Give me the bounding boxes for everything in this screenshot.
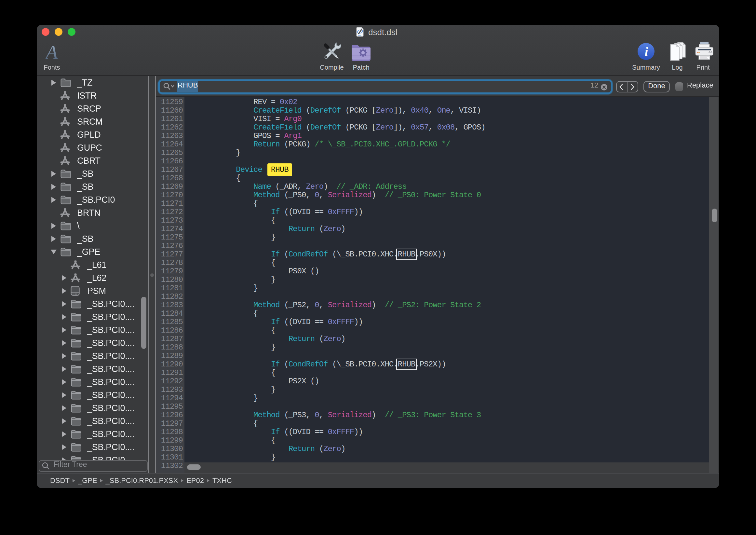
svg-text:i: i: [644, 44, 648, 59]
svg-text:DSL: DSL: [358, 35, 362, 37]
